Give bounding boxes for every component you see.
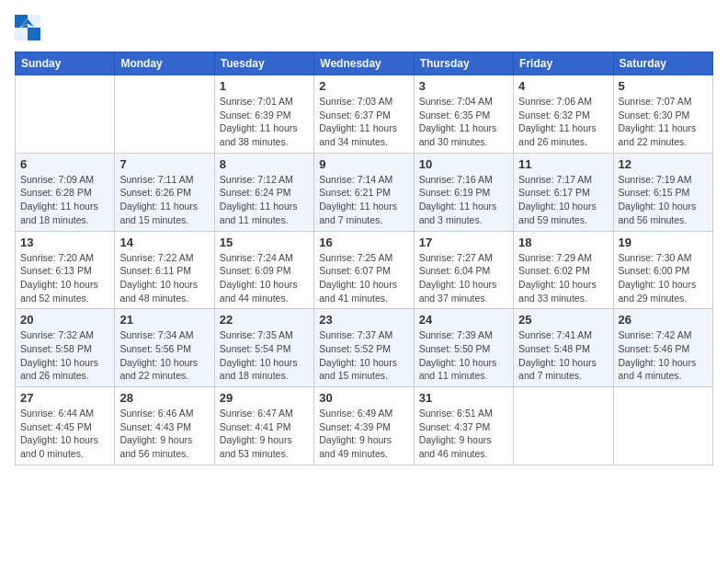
day-number: 8 bbox=[220, 157, 309, 171]
calendar-cell: 2Sunrise: 7:03 AM Sunset: 6:37 PM Daylig… bbox=[314, 75, 414, 154]
day-number: 23 bbox=[319, 313, 408, 327]
calendar-cell: 23Sunrise: 7:37 AM Sunset: 5:52 PM Dayli… bbox=[314, 309, 414, 387]
day-info: Sunrise: 6:51 AM Sunset: 4:37 PM Dayligh… bbox=[419, 407, 508, 461]
day-info: Sunrise: 7:19 AM Sunset: 6:15 PM Dayligh… bbox=[619, 173, 708, 227]
day-info: Sunrise: 7:06 AM Sunset: 6:32 PM Dayligh… bbox=[518, 95, 608, 149]
calendar-cell: 28Sunrise: 6:46 AM Sunset: 4:43 PM Dayli… bbox=[115, 387, 214, 465]
day-info: Sunrise: 7:27 AM Sunset: 6:04 PM Dayligh… bbox=[419, 251, 508, 305]
calendar-cell: 11Sunrise: 7:17 AM Sunset: 6:17 PM Dayli… bbox=[514, 153, 613, 231]
weekday-header-sunday: Sunday bbox=[16, 52, 115, 75]
calendar-cell: 24Sunrise: 7:39 AM Sunset: 5:50 PM Dayli… bbox=[414, 309, 513, 387]
calendar-cell: 27Sunrise: 6:44 AM Sunset: 4:45 PM Dayli… bbox=[16, 387, 115, 465]
day-info: Sunrise: 7:22 AM Sunset: 6:11 PM Dayligh… bbox=[119, 251, 209, 305]
calendar-cell: 1Sunrise: 7:01 AM Sunset: 6:39 PM Daylig… bbox=[214, 75, 313, 154]
day-number: 30 bbox=[319, 391, 408, 405]
calendar-cell bbox=[16, 75, 115, 154]
day-number: 28 bbox=[119, 391, 209, 405]
day-info: Sunrise: 7:07 AM Sunset: 6:30 PM Dayligh… bbox=[619, 95, 708, 149]
calendar-week-row: 27Sunrise: 6:44 AM Sunset: 4:45 PM Dayli… bbox=[16, 387, 713, 465]
day-info: Sunrise: 7:03 AM Sunset: 6:37 PM Dayligh… bbox=[319, 95, 408, 149]
day-number: 9 bbox=[319, 157, 408, 171]
calendar-cell: 20Sunrise: 7:32 AM Sunset: 5:58 PM Dayli… bbox=[16, 309, 115, 387]
calendar-cell bbox=[115, 75, 214, 154]
calendar-cell bbox=[613, 387, 712, 465]
svg-rect-2 bbox=[15, 28, 28, 40]
calendar-cell: 21Sunrise: 7:34 AM Sunset: 5:56 PM Dayli… bbox=[115, 309, 214, 387]
calendar-header-row: SundayMondayTuesdayWednesdayThursdayFrid… bbox=[16, 52, 713, 75]
calendar-cell: 22Sunrise: 7:35 AM Sunset: 5:54 PM Dayli… bbox=[214, 309, 313, 387]
day-number: 13 bbox=[20, 236, 109, 249]
day-number: 16 bbox=[319, 236, 408, 249]
calendar-cell: 6Sunrise: 7:09 AM Sunset: 6:28 PM Daylig… bbox=[16, 153, 115, 231]
calendar-cell: 8Sunrise: 7:12 AM Sunset: 6:24 PM Daylig… bbox=[214, 153, 313, 231]
day-info: Sunrise: 7:29 AM Sunset: 6:02 PM Dayligh… bbox=[518, 251, 608, 305]
svg-rect-3 bbox=[28, 28, 40, 40]
day-number: 5 bbox=[619, 79, 708, 93]
day-info: Sunrise: 7:35 AM Sunset: 5:54 PM Dayligh… bbox=[220, 328, 309, 383]
weekday-header-wednesday: Wednesday bbox=[314, 52, 414, 75]
day-info: Sunrise: 7:12 AM Sunset: 6:24 PM Dayligh… bbox=[220, 173, 309, 227]
day-number: 20 bbox=[20, 313, 109, 327]
day-number: 2 bbox=[319, 79, 408, 93]
day-number: 11 bbox=[518, 157, 608, 171]
day-number: 21 bbox=[119, 313, 209, 327]
calendar-table: SundayMondayTuesdayWednesdayThursdayFrid… bbox=[15, 52, 713, 465]
day-number: 24 bbox=[419, 313, 508, 327]
calendar-cell: 3Sunrise: 7:04 AM Sunset: 6:35 PM Daylig… bbox=[414, 75, 513, 154]
calendar-cell: 26Sunrise: 7:42 AM Sunset: 5:46 PM Dayli… bbox=[613, 309, 712, 387]
calendar-cell bbox=[514, 387, 613, 465]
day-info: Sunrise: 6:49 AM Sunset: 4:39 PM Dayligh… bbox=[319, 407, 408, 461]
calendar-cell: 25Sunrise: 7:41 AM Sunset: 5:48 PM Dayli… bbox=[514, 309, 613, 387]
day-info: Sunrise: 7:25 AM Sunset: 6:07 PM Dayligh… bbox=[319, 251, 408, 305]
calendar-cell: 10Sunrise: 7:16 AM Sunset: 6:19 PM Dayli… bbox=[414, 153, 513, 231]
logo bbox=[15, 15, 44, 40]
calendar-cell: 9Sunrise: 7:14 AM Sunset: 6:21 PM Daylig… bbox=[314, 153, 414, 231]
day-info: Sunrise: 7:42 AM Sunset: 5:46 PM Dayligh… bbox=[619, 328, 708, 383]
day-number: 29 bbox=[220, 391, 309, 405]
calendar-week-row: 20Sunrise: 7:32 AM Sunset: 5:58 PM Dayli… bbox=[16, 309, 713, 387]
day-number: 26 bbox=[619, 313, 708, 327]
day-info: Sunrise: 7:30 AM Sunset: 6:00 PM Dayligh… bbox=[619, 251, 708, 305]
day-info: Sunrise: 7:14 AM Sunset: 6:21 PM Dayligh… bbox=[319, 173, 408, 227]
day-info: Sunrise: 6:47 AM Sunset: 4:41 PM Dayligh… bbox=[220, 407, 309, 461]
day-number: 12 bbox=[619, 157, 708, 171]
day-info: Sunrise: 7:37 AM Sunset: 5:52 PM Dayligh… bbox=[319, 328, 408, 383]
day-info: Sunrise: 7:41 AM Sunset: 5:48 PM Dayligh… bbox=[518, 328, 608, 383]
day-number: 3 bbox=[419, 79, 508, 93]
calendar-cell: 7Sunrise: 7:11 AM Sunset: 6:26 PM Daylig… bbox=[115, 153, 214, 231]
day-info: Sunrise: 7:16 AM Sunset: 6:19 PM Dayligh… bbox=[419, 173, 508, 227]
calendar-cell: 12Sunrise: 7:19 AM Sunset: 6:15 PM Dayli… bbox=[613, 153, 712, 231]
weekday-header-thursday: Thursday bbox=[414, 52, 513, 75]
day-number: 18 bbox=[518, 236, 608, 249]
day-number: 14 bbox=[119, 236, 209, 249]
day-number: 17 bbox=[419, 236, 508, 249]
day-number: 10 bbox=[419, 157, 508, 171]
day-info: Sunrise: 7:32 AM Sunset: 5:58 PM Dayligh… bbox=[20, 328, 109, 383]
day-info: Sunrise: 7:24 AM Sunset: 6:09 PM Dayligh… bbox=[220, 251, 309, 305]
day-number: 31 bbox=[419, 391, 508, 405]
day-info: Sunrise: 6:46 AM Sunset: 4:43 PM Dayligh… bbox=[119, 407, 209, 461]
day-number: 1 bbox=[220, 79, 309, 93]
weekday-header-saturday: Saturday bbox=[613, 52, 712, 75]
day-number: 15 bbox=[220, 236, 309, 249]
day-info: Sunrise: 7:17 AM Sunset: 6:17 PM Dayligh… bbox=[518, 173, 608, 227]
calendar-cell: 19Sunrise: 7:30 AM Sunset: 6:00 PM Dayli… bbox=[613, 231, 712, 309]
calendar-week-row: 6Sunrise: 7:09 AM Sunset: 6:28 PM Daylig… bbox=[16, 153, 713, 231]
day-number: 25 bbox=[518, 313, 608, 327]
calendar-cell: 4Sunrise: 7:06 AM Sunset: 6:32 PM Daylig… bbox=[514, 75, 613, 154]
calendar-cell: 14Sunrise: 7:22 AM Sunset: 6:11 PM Dayli… bbox=[115, 231, 214, 309]
day-number: 19 bbox=[619, 236, 708, 249]
calendar-cell: 13Sunrise: 7:20 AM Sunset: 6:13 PM Dayli… bbox=[16, 231, 115, 309]
calendar-week-row: 13Sunrise: 7:20 AM Sunset: 6:13 PM Dayli… bbox=[16, 231, 713, 309]
calendar-cell: 15Sunrise: 7:24 AM Sunset: 6:09 PM Dayli… bbox=[214, 231, 313, 309]
calendar-cell: 17Sunrise: 7:27 AM Sunset: 6:04 PM Dayli… bbox=[414, 231, 513, 309]
day-info: Sunrise: 7:39 AM Sunset: 5:50 PM Dayligh… bbox=[419, 328, 508, 383]
day-number: 27 bbox=[20, 391, 109, 405]
day-number: 6 bbox=[20, 157, 109, 171]
day-number: 4 bbox=[518, 79, 608, 93]
day-number: 22 bbox=[220, 313, 309, 327]
day-info: Sunrise: 7:20 AM Sunset: 6:13 PM Dayligh… bbox=[20, 251, 109, 305]
day-info: Sunrise: 7:01 AM Sunset: 6:39 PM Dayligh… bbox=[220, 95, 309, 149]
calendar-week-row: 1Sunrise: 7:01 AM Sunset: 6:39 PM Daylig… bbox=[16, 75, 713, 154]
calendar-cell: 29Sunrise: 6:47 AM Sunset: 4:41 PM Dayli… bbox=[214, 387, 313, 465]
